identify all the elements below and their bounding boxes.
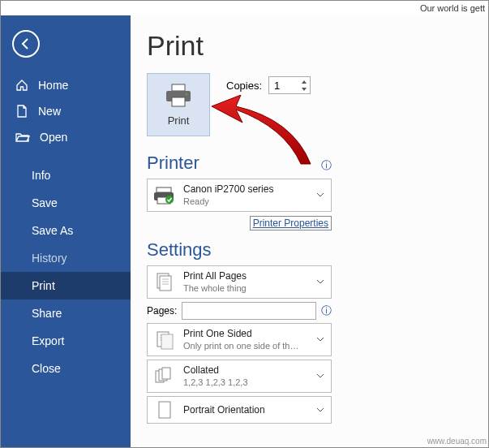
svg-rect-17 [161,334,173,349]
svg-point-3 [186,93,188,95]
svg-rect-21 [159,402,170,418]
sidebar-label: Home [38,79,68,92]
printer-heading: Printer [147,153,199,174]
open-folder-icon [15,131,30,144]
printer-status: Ready [183,196,308,208]
sidebar-label: Open [40,131,67,144]
dd-line2: 1,2,3 1,2,3 1,2,3 [183,377,308,389]
sidebar-label: Save As [32,224,73,237]
svg-rect-4 [157,187,171,192]
chevron-down-icon [315,338,326,342]
sidebar-label: Share [32,307,62,320]
pages-info-icon[interactable]: ⓘ [321,304,332,318]
svg-rect-0 [172,84,185,91]
sidebar-label: History [32,252,67,265]
sidebar-item-close[interactable]: Close [1,355,131,382]
printer-icon [165,84,192,108]
one-sided-icon [152,330,177,351]
copies-control: Copies: 1 [226,76,311,94]
copies-spin-down[interactable] [299,85,309,93]
dd-line1: Print One Sided [183,327,308,340]
backstage-sidebar: Home New Open Info Save Save As History … [1,15,131,447]
orientation-select[interactable]: Portrait Orientation [147,396,332,424]
sidebar-label: Close [32,362,61,375]
window-titlebar: Our world is gett [1,1,488,15]
settings-heading: Settings [147,239,488,261]
printer-select[interactable]: Canon iP2700 series Ready [147,179,332,212]
svg-rect-2 [172,97,185,106]
sidebar-item-save[interactable]: Save [1,189,131,217]
sidebar-item-share[interactable]: Share [1,299,131,327]
sidebar-item-print[interactable]: Print [1,272,131,299]
printer-info-icon[interactable]: ⓘ [321,158,332,173]
sides-select[interactable]: Print One Sided Only print on one side o… [147,323,332,356]
collation-select[interactable]: Collated 1,2,3 1,2,3 1,2,3 [147,360,332,393]
pages-input[interactable] [182,302,316,320]
printer-name: Canon iP2700 series [183,183,308,196]
pages-label: Pages: [147,305,177,317]
sidebar-label: Info [32,169,50,182]
sidebar-item-export[interactable]: Export [1,327,131,355]
sidebar-label: Export [32,334,64,347]
printer-status-icon [152,186,177,205]
sidebar-item-new[interactable]: New [1,98,131,124]
printer-properties-link[interactable]: Printer Properties [250,216,332,230]
sidebar-item-save-as[interactable]: Save As [1,217,131,244]
sidebar-item-info[interactable]: Info [1,162,131,189]
dd-line1: Print All Pages [183,269,308,282]
copies-input[interactable]: 1 [268,76,311,94]
sidebar-label: New [38,105,61,118]
chevron-down-icon [315,374,326,378]
print-button[interactable]: Print [147,73,210,136]
dd-line1: Portrait Orientation [183,403,308,416]
print-button-label: Print [168,114,190,127]
page-title: Print [147,30,488,62]
sidebar-label: Print [32,279,55,292]
copies-spin-up[interactable] [299,78,309,85]
chevron-down-icon [315,193,326,197]
back-arrow-icon [19,37,32,50]
svg-rect-20 [162,368,170,379]
copies-label: Copies: [226,80,262,92]
portrait-icon [152,400,177,420]
collated-icon [152,366,177,387]
dd-line1: Collated [183,364,308,377]
print-panel: Print Print Copies: 1 Printer ⓘ [131,15,488,447]
svg-rect-9 [160,276,171,291]
sidebar-label: Save [32,196,58,209]
dd-line2: Only print on one side of th… [183,340,308,352]
copies-value: 1 [274,80,280,92]
back-button[interactable] [12,30,40,58]
chevron-down-icon [315,280,326,284]
home-icon [15,79,28,92]
watermark: www.deuaq.com [427,437,487,446]
window-title: Our world is gett [420,3,485,13]
pages-icon [152,272,177,293]
sidebar-item-home[interactable]: Home [1,72,131,98]
sidebar-item-open[interactable]: Open [1,124,131,150]
print-range-select[interactable]: Print All Pages The whole thing [147,265,332,299]
dd-line2: The whole thing [183,282,308,295]
chevron-down-icon [315,408,326,412]
new-doc-icon [15,105,28,118]
sidebar-item-history[interactable]: History [1,244,131,272]
